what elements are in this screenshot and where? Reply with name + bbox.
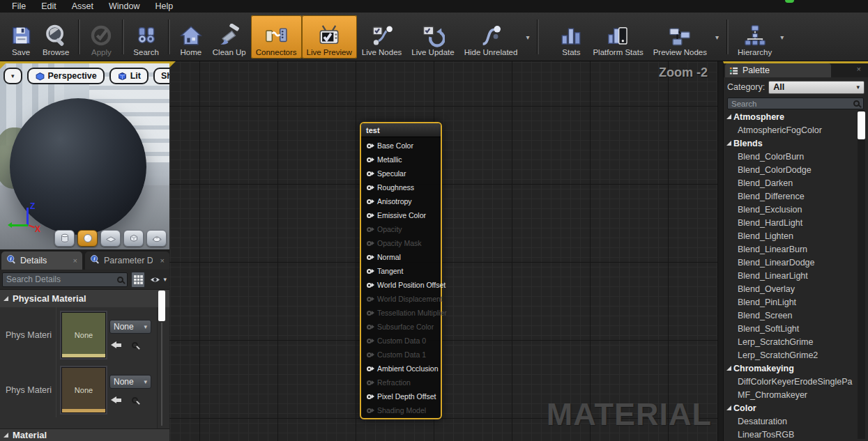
apply-button[interactable]: Apply (84, 15, 118, 59)
node-pin-specular[interactable]: Specular (361, 167, 441, 180)
show-button[interactable]: Show (153, 68, 169, 84)
node-pin-emissive-color[interactable]: Emissive Color (361, 208, 441, 222)
node-pin-shading-model[interactable]: Shading Model (361, 403, 441, 417)
dropdown-caret-icon[interactable]: ▾ (712, 33, 722, 41)
node-pin-ambient-occlusion[interactable]: Ambient Occlusion (361, 362, 441, 376)
palette-tab[interactable]: Palette (725, 63, 831, 77)
preview-shape-cylinder-button[interactable] (54, 230, 75, 247)
material-result-node[interactable]: test Base ColorMetallicSpecularRoughness… (360, 122, 442, 419)
hierarchy-button[interactable]: Hierarchy (733, 15, 777, 59)
viewport-options-button[interactable]: ▾ (3, 68, 22, 84)
palette-item-atmosphericfogcolor[interactable]: AtmosphericFogColor (724, 123, 856, 137)
palette-category-color[interactable]: Color (724, 401, 856, 415)
palette-item-blend-colordodge[interactable]: Blend_ColorDodge (724, 163, 856, 176)
palette-item-blend-colorburn[interactable]: Blend_ColorBurn (724, 150, 856, 163)
menu-asset[interactable]: Asset (64, 1, 101, 12)
tab-details[interactable]: iDetails× (1, 252, 82, 270)
menu-help[interactable]: Help (147, 1, 181, 12)
node-pin-roughness[interactable]: Roughness (361, 180, 441, 194)
use-selected-asset-icon[interactable] (111, 396, 121, 403)
material-thumbnail[interactable]: None (61, 367, 106, 413)
palette-item-lerp-scratchgrime[interactable]: Lerp_ScratchGrime (724, 335, 856, 348)
property-matrix-button[interactable] (131, 272, 145, 288)
palette-category-atmosphere[interactable]: Atmosphere (724, 110, 856, 123)
node-pin-refraction[interactable]: Refraction (361, 376, 441, 389)
palette-category-blends[interactable]: Blends (724, 137, 856, 150)
node-title[interactable]: test (361, 123, 441, 137)
palette-item-blend-darken[interactable]: Blend_Darken (724, 176, 856, 189)
details-scrollbar-thumb[interactable] (158, 291, 165, 321)
home-button[interactable]: Home (174, 15, 208, 59)
palette-item-blend-lineardodge[interactable]: Blend_LinearDodge (724, 256, 856, 269)
node-pin-pixel-depth-offset[interactable]: Pixel Depth Offset (361, 389, 441, 403)
node-pin-custom-data-1[interactable]: Custom Data 1 (361, 348, 441, 362)
connectors-button[interactable]: Connectors (251, 15, 302, 59)
view-options-button[interactable]: ▾ (149, 272, 167, 288)
node-pin-opacity-mask[interactable]: Opacity Mask (361, 236, 441, 250)
node-pin-world-displacement[interactable]: World Displacement (361, 292, 441, 306)
live-preview-button[interactable]: Live Preview (302, 15, 357, 59)
preview-nodes-button[interactable]: Preview Nodes (648, 15, 712, 59)
preview-shape-teapot-button[interactable] (146, 230, 167, 247)
node-pin-subsurface-color[interactable]: Subsurface Color (361, 320, 441, 334)
live-nodes-button[interactable]: Live Nodes (357, 15, 407, 59)
palette-scrollbar-thumb[interactable] (858, 111, 865, 139)
browse-button[interactable]: Browse (38, 15, 74, 59)
palette-item-blend-overlay[interactable]: Blend_Overlay (724, 282, 856, 295)
node-pin-tangent[interactable]: Tangent (361, 264, 441, 278)
browse-to-asset-icon[interactable] (132, 342, 138, 348)
graph-scrollbar[interactable] (717, 61, 723, 441)
details-search-box[interactable] (2, 272, 128, 287)
menu-window[interactable]: Window (101, 1, 147, 12)
perspective-button[interactable]: Perspective (27, 68, 105, 84)
search-button[interactable]: Search (128, 15, 163, 59)
close-icon[interactable]: × (857, 65, 861, 73)
node-pin-metallic[interactable]: Metallic (361, 153, 441, 167)
palette-item-blend-exclusion[interactable]: Blend_Exclusion (724, 203, 856, 216)
palette-item-blend-softlight[interactable]: Blend_SoftLight (724, 322, 856, 335)
material-graph-canvas[interactable]: Zoom -2 MATERIAL test Base ColorMetallic… (169, 61, 723, 441)
palette-item-desaturation[interactable]: Desaturation (724, 415, 856, 428)
node-pin-opacity[interactable]: Opacity (361, 222, 441, 236)
palette-item-blend-lighten[interactable]: Blend_Lighten (724, 229, 856, 242)
node-pin-anisotropy[interactable]: Anisotropy (361, 194, 441, 208)
close-icon[interactable]: × (73, 256, 77, 265)
clean-up-button[interactable]: Clean Up (208, 15, 251, 59)
palette-item-blend-screen[interactable]: Blend_Screen (724, 309, 856, 322)
phys-material-dropdown[interactable]: None▾ (109, 375, 151, 389)
node-pin-base-color[interactable]: Base Color (361, 139, 441, 153)
palette-item-blend-pinlight[interactable]: Blend_PinLight (724, 295, 856, 309)
phys-material-dropdown[interactable]: None▾ (109, 320, 151, 334)
close-icon[interactable]: × (160, 256, 165, 265)
palette-search-input[interactable] (731, 100, 851, 108)
preview-shape-cube-button[interactable] (123, 230, 144, 247)
palette-item-blend-linearburn[interactable]: Blend_LinearBurn (724, 242, 856, 256)
palette-item-blend-hardlight[interactable]: Blend_HardLight (724, 216, 856, 229)
stats-button[interactable]: Stats (554, 15, 588, 59)
palette-item-blend-difference[interactable]: Blend_Difference (724, 189, 856, 203)
dropdown-caret-icon[interactable]: ▾ (522, 33, 533, 41)
live-update-button[interactable]: Live Update (406, 15, 459, 59)
hide-unrelated-button[interactable]: Hide Unrelated (459, 15, 523, 59)
platform-stats-button[interactable]: Platform Stats (588, 15, 648, 59)
lit-mode-button[interactable]: Lit (109, 68, 149, 84)
preview-shape-plane-button[interactable] (100, 230, 121, 247)
preview-shape-sphere-button[interactable] (77, 230, 98, 247)
palette-item-blend-linearlight[interactable]: Blend_LinearLight (724, 269, 856, 282)
category-dropdown[interactable]: All ▾ (768, 81, 865, 94)
node-pin-normal[interactable]: Normal (361, 250, 441, 264)
section-material[interactable]: Material (0, 428, 169, 441)
node-pin-tessellation-multiplier[interactable]: Tessellation Multiplier (361, 306, 441, 320)
menu-edit[interactable]: Edit (33, 1, 64, 12)
save-button[interactable]: Save (4, 15, 38, 59)
node-pin-world-position-offset[interactable]: World Position Offset (361, 278, 441, 292)
palette-category-chromakeying[interactable]: Chromakeying (724, 362, 856, 375)
browse-to-asset-icon[interactable] (132, 397, 138, 403)
section-physical-material[interactable]: Physical Material (0, 289, 169, 307)
tab-parameter-d[interactable]: iParameter D× (85, 252, 169, 270)
palette-item-diffcolorkeyererodesinglepa[interactable]: DiffColorKeyerErodeSinglePa (724, 375, 856, 388)
dropdown-caret-icon[interactable]: ▾ (777, 33, 787, 41)
palette-item-lineartosrgb[interactable]: LinearTosRGB (724, 428, 856, 440)
palette-item-lerp-scratchgrime2[interactable]: Lerp_ScratchGrime2 (724, 348, 856, 362)
material-thumbnail[interactable]: None (61, 312, 106, 358)
